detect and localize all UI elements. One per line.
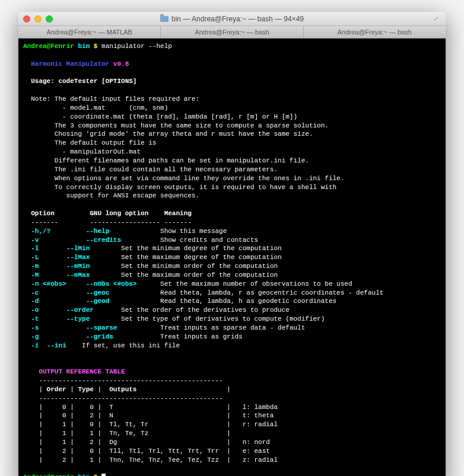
titlebar[interactable]: bin — Andrea@Freya:~ — bash — 94×49 ⤢ bbox=[18, 12, 446, 26]
ref-block: | 0 | 0 | T | l: lambda | 0 | 2 | N | t:… bbox=[23, 404, 278, 464]
folder-icon bbox=[160, 16, 169, 22]
opt-col1: Option bbox=[31, 210, 55, 217]
options-block: -h,/? --help Show this message -v --cred… bbox=[23, 228, 383, 349]
app-name: Harmonic Manipulator bbox=[31, 60, 109, 68]
prompt-user: Andrea@Fenrir bbox=[23, 43, 74, 50]
prompt-dir: bin bbox=[78, 43, 90, 50]
usage-line: Usage: codeTester [OPTIONS] bbox=[31, 78, 136, 85]
zoom-button[interactable] bbox=[46, 15, 53, 23]
terminal-window: bin — Andrea@Freya:~ — bash — 94×49 ⤢ An… bbox=[18, 12, 446, 476]
prompt2-symbol: $ bbox=[94, 474, 98, 476]
ref-col1: Order bbox=[47, 386, 66, 393]
app-version: v0.8 bbox=[113, 60, 129, 68]
ref-col3: Outputs bbox=[109, 386, 136, 393]
ref-table-title: OUTPUT REFERENCE TABLE bbox=[39, 368, 125, 375]
prompt2-user: Andrea@Fenrir bbox=[23, 474, 74, 476]
close-button[interactable] bbox=[23, 15, 30, 23]
opt-col3: Meaning bbox=[164, 210, 192, 217]
cursor bbox=[101, 474, 106, 476]
traffic-lights bbox=[23, 15, 53, 23]
tab-bash-2[interactable]: Andrea@Freya:~ — bash bbox=[304, 26, 446, 38]
ref-col2: Type bbox=[78, 386, 93, 393]
note-block: Note: The default input files required a… bbox=[23, 95, 344, 199]
prompt-symbol: $ bbox=[94, 43, 98, 50]
window-title: bin — Andrea@Freya:~ — bash — 94×49 bbox=[160, 15, 304, 23]
maximize-icon[interactable]: ⤢ bbox=[434, 15, 441, 23]
terminal-content[interactable]: Andrea@Fenrir bin $ manipulator --help H… bbox=[18, 39, 446, 476]
prompt-command: manipulator --help bbox=[101, 43, 172, 50]
tab-bash-1[interactable]: Andrea@Freya:~ — bash bbox=[161, 26, 303, 38]
title-label: bin — Andrea@Freya:~ — bash — 94×49 bbox=[171, 15, 304, 23]
minimize-button[interactable] bbox=[34, 15, 42, 23]
opt-col2: GNU long option bbox=[90, 210, 148, 217]
tab-matlab[interactable]: Andrea@Freya:~ — MATLAB bbox=[18, 26, 161, 38]
tab-bar: Andrea@Freya:~ — MATLAB Andrea@Freya:~ —… bbox=[18, 26, 446, 39]
prompt2-dir: bin bbox=[78, 474, 90, 476]
